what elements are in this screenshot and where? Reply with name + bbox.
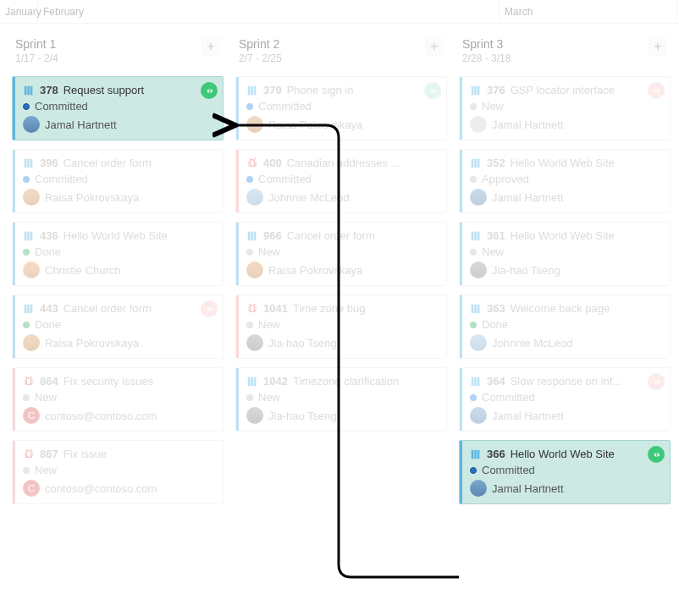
work-item-title: Fix issue [63, 448, 107, 460]
link-badge-icon[interactable] [648, 373, 665, 390]
work-item-title: Cancel order form [63, 302, 152, 315]
work-item-card[interactable]: 361Hello World Web SiteNewJia-hao Tseng [459, 222, 671, 286]
assignee-name: Jamal Hartnett [492, 410, 564, 422]
work-item-title: Slow response on inf... [511, 375, 622, 388]
sprint-title: Sprint 1 [15, 37, 58, 51]
assignee-name: Johnnie McLeod [492, 337, 572, 349]
backlog-icon [23, 230, 35, 242]
sprint-title: Sprint 3 [462, 37, 511, 51]
work-item-card[interactable]: 366Hello World Web SiteCommittedJamal Ha… [459, 440, 671, 504]
assignee-name: contoso@contoso.com [45, 410, 157, 422]
link-badge-icon[interactable] [424, 82, 441, 99]
state-dot [470, 103, 477, 110]
sprint-board: Sprint 11/17 - 2/4+378Request supportCom… [0, 24, 679, 513]
work-item-id: 966 [263, 229, 282, 242]
work-item-card[interactable]: 436Hello World Web SiteDoneChristie Chur… [12, 222, 224, 286]
state-dot [470, 322, 477, 328]
state-dot [470, 394, 477, 401]
avatar [470, 480, 487, 497]
work-item-card[interactable]: 443Cancel order formDoneRaisa Pokrovskay… [12, 294, 224, 359]
work-item-id: 867 [40, 448, 58, 460]
month-label: February [38, 0, 500, 23]
work-item-card[interactable]: 864Fix security issuesNewCcontoso@contos… [12, 367, 224, 432]
sprint-title: Sprint 2 [239, 37, 282, 51]
sprint-range: 2/7 - 2/25 [239, 52, 282, 64]
work-item-card[interactable]: 352Hello World Web SiteApprovedJamal Har… [459, 149, 671, 213]
state-label: Done [35, 245, 61, 258]
work-item-title: Hello World Web Site [511, 157, 615, 169]
work-item-card[interactable]: 378Request supportCommittedJamal Hartnet… [12, 76, 224, 140]
card-stripe [236, 368, 239, 431]
card-stripe [236, 295, 239, 358]
link-badge-icon[interactable] [201, 82, 218, 99]
assignee-name: Raisa Pokrovskaya [45, 337, 139, 349]
card-stripe [460, 223, 462, 285]
state-dot [246, 249, 253, 256]
work-item-id: 376 [487, 84, 505, 96]
state-dot [23, 322, 30, 328]
work-item-card[interactable]: 396Cancel order formCommittedRaisa Pokro… [12, 149, 224, 213]
backlog-icon [246, 230, 258, 242]
state-label: New [258, 318, 280, 331]
state-label: New [35, 464, 57, 476]
assignee-name: Jia-hao Tseng [492, 264, 560, 277]
card-stripe [460, 441, 462, 503]
work-item-card[interactable]: 1042Timezone clarificationNewJia-hao Tse… [235, 367, 447, 432]
work-item-card[interactable]: 966Cancel order formNewRaisa Pokrovskaya [235, 222, 447, 286]
card-stripe [236, 223, 239, 285]
work-item-card[interactable]: 376GSP locator interfaceNewJamal Hartnet… [459, 76, 671, 140]
work-item-title: Hello World Web Site [63, 229, 168, 242]
state-dot [246, 103, 253, 110]
state-dot [470, 249, 477, 256]
link-badge-icon[interactable] [648, 446, 665, 463]
avatar [246, 189, 263, 206]
work-item-id: 364 [487, 375, 505, 388]
sprint-column: Sprint 32/28 - 3/18+376GSP locator inter… [459, 32, 671, 513]
add-card-button[interactable]: + [201, 37, 220, 56]
card-stripe [13, 150, 15, 212]
assignee-name: Jamal Hartnett [492, 118, 564, 131]
state-dot [246, 322, 253, 328]
avatar [246, 407, 263, 424]
state-label: Committed [482, 391, 535, 404]
work-item-title: Hello World Web Site [511, 448, 615, 460]
work-item-card[interactable]: 364Slow response on inf...CommittedJamal… [459, 367, 671, 432]
work-item-title: Welcome back page [511, 302, 610, 315]
state-label: Committed [35, 173, 88, 185]
avatar [470, 261, 487, 278]
card-stripe [236, 150, 239, 212]
state-label: Committed [258, 173, 312, 185]
state-dot [23, 467, 30, 474]
backlog-icon [470, 303, 482, 315]
work-item-id: 361 [487, 229, 505, 242]
work-item-card[interactable]: 867Fix issueNewCcontoso@contoso.com [12, 440, 224, 504]
work-item-card[interactable]: 379Phone sign inCommittedRaisa Pokrovska… [235, 76, 447, 140]
work-item-card[interactable]: 1041Time zone bugNewJia-hao Tseng [235, 294, 447, 359]
work-item-id: 1041 [263, 302, 288, 315]
month-label: January [0, 0, 38, 23]
work-item-title: Cancel order form [287, 229, 375, 242]
assignee-name: Raisa Pokrovskaya [45, 191, 139, 204]
assignee-name: Jia-hao Tseng [268, 410, 337, 422]
work-item-card[interactable]: 400Canadian addresses ...CommittedJohnni… [235, 149, 447, 213]
assignee-name: contoso@contoso.com [45, 482, 157, 495]
card-stripe [460, 295, 462, 358]
avatar [23, 189, 40, 206]
work-item-id: 363 [487, 302, 505, 315]
backlog-icon [470, 85, 482, 96]
work-item-title: Timezone clarification [293, 375, 399, 388]
sprint-header: Sprint 11/17 - 2/4+ [12, 32, 224, 76]
card-stripe [13, 77, 15, 140]
avatar [470, 189, 487, 206]
assignee-name: Jamal Hartnett [492, 482, 564, 495]
work-item-card[interactable]: 363Welcome back pageDoneJohnnie McLeod [459, 294, 671, 359]
sprint-range: 1/17 - 2/4 [15, 52, 58, 64]
state-label: Committed [35, 100, 88, 113]
state-label: New [35, 391, 57, 404]
add-card-button[interactable]: + [425, 37, 444, 56]
link-badge-icon[interactable] [648, 82, 665, 99]
backlog-icon [246, 376, 258, 388]
link-badge-icon[interactable] [201, 300, 218, 317]
backlog-icon [470, 448, 482, 460]
add-card-button[interactable]: + [649, 37, 667, 56]
